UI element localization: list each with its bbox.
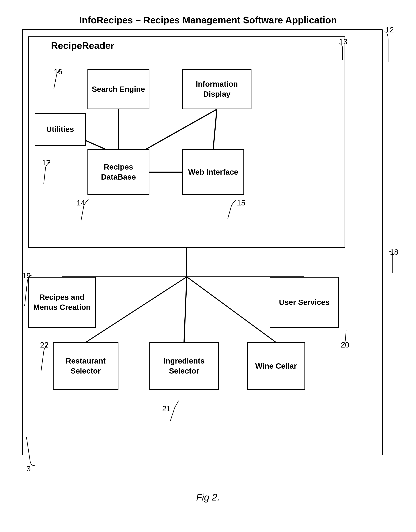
user-services-box: User Services bbox=[270, 277, 339, 328]
wine-cellar-label: Wine Cellar bbox=[255, 361, 297, 371]
page-title: InfoRecipes – Recipes Management Softwar… bbox=[79, 15, 337, 26]
label-16: 16 bbox=[54, 67, 62, 76]
label-14: 14 bbox=[77, 199, 85, 207]
label-18: 18 bbox=[390, 248, 398, 256]
label-12: 12 bbox=[385, 26, 394, 34]
information-display-box: Information Display bbox=[182, 69, 252, 109]
web-interface-box: Web Interface bbox=[182, 149, 244, 195]
fig-caption: Fig 2. bbox=[196, 492, 220, 503]
recipes-menus-label: Recipes and Menus Creation bbox=[29, 292, 95, 312]
recipes-database-label: Recipes DataBase bbox=[88, 162, 149, 182]
utilities-label: Utilities bbox=[46, 125, 74, 134]
search-engine-box: Search Engine bbox=[87, 69, 149, 109]
web-interface-label: Web Interface bbox=[188, 167, 238, 177]
label-21: 21 bbox=[162, 404, 171, 413]
restaurant-selector-box: Restaurant Selector bbox=[53, 342, 118, 390]
recipes-database-box: Recipes DataBase bbox=[87, 149, 149, 195]
label-15: 15 bbox=[237, 199, 245, 207]
user-services-label: User Services bbox=[279, 297, 330, 307]
label-22: 22 bbox=[40, 341, 49, 349]
label-13: 13 bbox=[339, 37, 348, 46]
label-17: 17 bbox=[42, 158, 50, 167]
search-engine-label: Search Engine bbox=[92, 84, 145, 94]
recipe-reader-label: RecipeReader bbox=[51, 40, 114, 51]
label-20: 20 bbox=[341, 341, 349, 349]
information-display-label: Information Display bbox=[183, 79, 251, 99]
utilities-box: Utilities bbox=[35, 113, 86, 146]
restaurant-selector-label: Restaurant Selector bbox=[54, 356, 118, 376]
wine-cellar-box: Wine Cellar bbox=[247, 342, 305, 390]
label-3: 3 bbox=[26, 465, 31, 473]
ingredients-selector-label: Ingredients Selector bbox=[150, 356, 218, 376]
ingredients-selector-box: Ingredients Selector bbox=[149, 342, 219, 390]
recipes-menus-creation-box: Recipes and Menus Creation bbox=[28, 277, 96, 328]
